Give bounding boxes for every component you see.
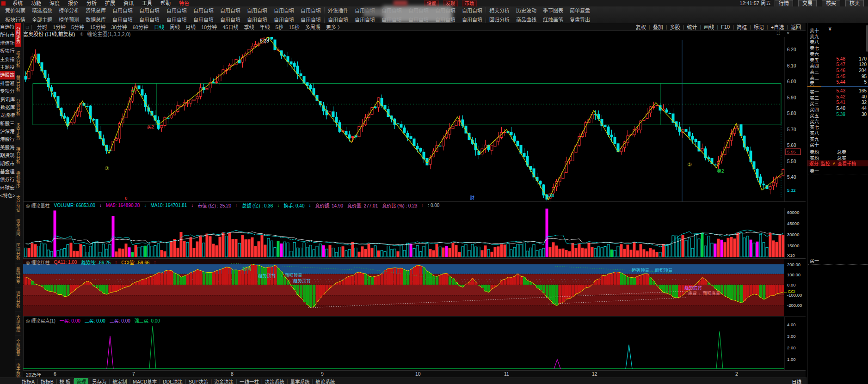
ribbon-button-top[interactable]: 自用自填 bbox=[247, 6, 267, 14]
ribbon-button-bottom[interactable]: 复盘导出 bbox=[570, 16, 590, 23]
bottom-tab-模 板[interactable]: 模 板 bbox=[57, 378, 73, 384]
bottom-tab-指标A[interactable]: 指标A bbox=[19, 378, 37, 384]
quote-row-买一[interactable]: 买一5.43165 bbox=[807, 88, 868, 94]
vtab-个股备忘[interactable]: 个股备忘 bbox=[15, 335, 21, 360]
ribbon-button-top[interactable]: 自用自填 bbox=[166, 6, 187, 14]
sidebar-item-专项分析[interactable]: 专项分析 bbox=[0, 87, 15, 95]
ribbon-button-top[interactable]: 简单复盘 bbox=[570, 6, 590, 14]
action-item-查看千档[interactable]: 查看千档 bbox=[837, 160, 856, 167]
period-1分钟[interactable]: 1分钟 bbox=[50, 23, 68, 30]
vtab-分时走势[interactable]: 分时走势 bbox=[15, 23, 21, 47]
vtab-运行分析[interactable]: 运行分析 bbox=[15, 287, 21, 311]
toolbar-button-画线[interactable]: 画线 bbox=[701, 23, 717, 30]
vtab-区间分析[interactable]: 区间分析 bbox=[15, 239, 21, 263]
quote-row-买二[interactable]: 买二5.4240 bbox=[807, 94, 868, 100]
period-10分钟[interactable]: 10分钟 bbox=[198, 23, 220, 30]
toolbar-button-多股[interactable]: 多股 bbox=[667, 23, 683, 30]
ribbon-button-top[interactable]: 相关分析 bbox=[489, 6, 510, 14]
period-更多 〉[interactable]: 更多 〉 bbox=[323, 23, 345, 30]
ribbon-button-top[interactable]: 季节图表 bbox=[543, 6, 563, 14]
period-45日线[interactable]: 45日线 bbox=[220, 23, 241, 30]
ribbon-button-top[interactable]: 自用自填 bbox=[301, 6, 321, 14]
quote-row-买五[interactable]: 买五5.3930 bbox=[807, 112, 868, 118]
bottom-tab-缠论系统[interactable]: 缠论系统 bbox=[313, 378, 337, 384]
ribbon-button-top[interactable]: 自用自填 bbox=[220, 6, 240, 14]
system-button-交易[interactable]: 交易 bbox=[798, 0, 817, 7]
volume-chart[interactable]: 60000450003000015000X10 bbox=[23, 208, 806, 258]
toolbar-button-叠加[interactable]: 叠加 bbox=[650, 23, 666, 30]
quote-row-买九[interactable]: 买九 bbox=[807, 135, 868, 141]
bottom-tab-缠定制[interactable]: 缠定制 bbox=[110, 378, 129, 384]
quote-row-买七[interactable]: 买七 bbox=[807, 123, 868, 129]
buypoint-chart[interactable]: 4.003.002.001.00 bbox=[23, 317, 806, 370]
bottom-tab-MACD基本[interactable]: MACD基本 bbox=[130, 378, 159, 384]
ribbon-button-bottom[interactable]: 自用自填 bbox=[220, 16, 240, 23]
period-5秒[interactable]: 5秒 bbox=[272, 23, 286, 30]
vtab-多空走势[interactable]: 多空走势 bbox=[15, 119, 21, 143]
quote-row-买四[interactable]: 买四5.4044 bbox=[807, 106, 868, 112]
period-日线[interactable]: 日线 bbox=[151, 23, 167, 30]
bottom-tab-指标B[interactable]: 指标B bbox=[38, 378, 56, 384]
quote-row-买十[interactable]: 买十 bbox=[807, 141, 868, 147]
ribbon-button-top[interactable]: 榜单分析 bbox=[59, 6, 79, 14]
sidebar-item-数据库[interactable]: 数据库 bbox=[0, 104, 15, 111]
ribbon-button-bottom[interactable]: 自用自填 bbox=[166, 16, 187, 23]
sidebar-item-主题投资[interactable]: 主题投资 bbox=[0, 63, 15, 71]
ribbon-button-bottom[interactable]: 自用自填 bbox=[328, 16, 348, 23]
vtab-大户持仓[interactable]: 大户持仓 bbox=[15, 191, 21, 215]
sidebar-item-基金理财[interactable]: 基金理财 bbox=[0, 168, 15, 176]
ribbon-button-top[interactable]: 外设插件 bbox=[328, 6, 348, 14]
period-年线[interactable]: 年线 bbox=[257, 23, 272, 30]
ribbon-button-bottom[interactable]: 榜单预测 bbox=[59, 16, 79, 23]
ribbon-button-top[interactable]: 竞价洞察 bbox=[5, 6, 25, 14]
ribbon-button-bottom[interactable]: 自用自填 bbox=[355, 16, 375, 23]
toolbar-button-标记[interactable]: 标记 bbox=[751, 23, 767, 30]
sidebar-item-港股行情[interactable]: 港股行情 bbox=[0, 135, 15, 143]
bottom-tab-资金决策[interactable]: 资金决策 bbox=[212, 378, 236, 384]
chart-window-icons[interactable]: ⛶ ✕ bbox=[777, 31, 793, 36]
quote-row-卖一[interactable]: 卖一5.445 bbox=[807, 79, 868, 85]
menu-item-深度[interactable]: 深度 bbox=[45, 0, 64, 6]
quote-row-卖七[interactable]: 卖七 bbox=[807, 44, 868, 50]
quote-row-买三[interactable]: 买三5.4132 bbox=[807, 100, 868, 106]
bottom-tab-另存为[interactable]: 另存为 bbox=[90, 378, 109, 384]
system-button-核卖[interactable]: 核卖 bbox=[845, 0, 864, 7]
sidebar-item-期权市场[interactable]: 期权市场 bbox=[0, 160, 15, 168]
period-多周期[interactable]: 多周期 bbox=[302, 23, 323, 30]
window-icon[interactable]: □ bbox=[26, 24, 29, 30]
action-item-监控[interactable]: 监控 bbox=[821, 160, 830, 167]
system-button-核买[interactable]: 核买 bbox=[822, 0, 840, 7]
sidebar-item-排雷避险[interactable]: 排雷避险 bbox=[0, 79, 15, 87]
quote-row-卖八[interactable]: 卖八 bbox=[807, 38, 868, 44]
sidebar-item-自选持仓[interactable]: 自选持仓 bbox=[0, 23, 15, 31]
ribbon-button-top[interactable]: 自用自填 bbox=[193, 6, 214, 14]
system-button-行情[interactable]: 行情 bbox=[775, 0, 793, 7]
vtab-资金流向[interactable]: 资金流向 bbox=[15, 215, 21, 239]
ribbon-button-bottom[interactable]: 自用自填 bbox=[301, 16, 321, 23]
toolbar-button-简框[interactable]: 简框 bbox=[734, 23, 750, 30]
period-60分钟[interactable]: 60分钟 bbox=[130, 23, 151, 30]
vtab-分价分析[interactable]: 分价分析 bbox=[15, 95, 21, 119]
vtab-大单监控[interactable]: 大单监控 bbox=[15, 311, 21, 335]
ribbon-button-top[interactable]: 自用自填 bbox=[112, 6, 133, 14]
vtab-持仓分析[interactable]: 持仓分析 bbox=[15, 143, 21, 167]
period-15分钟[interactable]: 15分钟 bbox=[87, 23, 108, 30]
sidebar-item-选股策略[interactable]: 选股策略 bbox=[0, 71, 15, 79]
quote-row-卖九[interactable]: 卖九 bbox=[807, 33, 868, 39]
menu-chip-市场[interactable]: 市场 bbox=[462, 0, 477, 7]
action-item-逐分[interactable]: 逐分 bbox=[809, 160, 819, 167]
bottom-tab-DDE决策[interactable]: DDE决策 bbox=[160, 378, 185, 384]
ribbon-button-bottom[interactable]: 自用自填 bbox=[112, 16, 133, 23]
sidebar-item-沪深港通[interactable]: 沪深港通 bbox=[0, 128, 15, 135]
menu-item-系统[interactable]: 系统 bbox=[8, 0, 27, 6]
menu-item-帮助[interactable]: 帮助 bbox=[156, 0, 175, 6]
sidebar-item-板块行情[interactable]: 板块行情 bbox=[0, 47, 15, 55]
toolbar-button-+自选[interactable]: +自选 bbox=[768, 23, 787, 30]
ribbon-button-bottom[interactable]: 自用自填 bbox=[193, 16, 214, 23]
sidebar-item-增值功能[interactable]: 增值功能 bbox=[0, 39, 15, 47]
period-季线[interactable]: 季线 bbox=[241, 23, 257, 30]
quote-row-卖十[interactable]: 卖十¥ bbox=[807, 27, 868, 33]
action-item-⚡[interactable]: ⚡ bbox=[832, 161, 835, 166]
toolbar-button-统计[interactable]: 统计 bbox=[684, 23, 700, 30]
period-月线[interactable]: 月线 bbox=[183, 23, 198, 30]
